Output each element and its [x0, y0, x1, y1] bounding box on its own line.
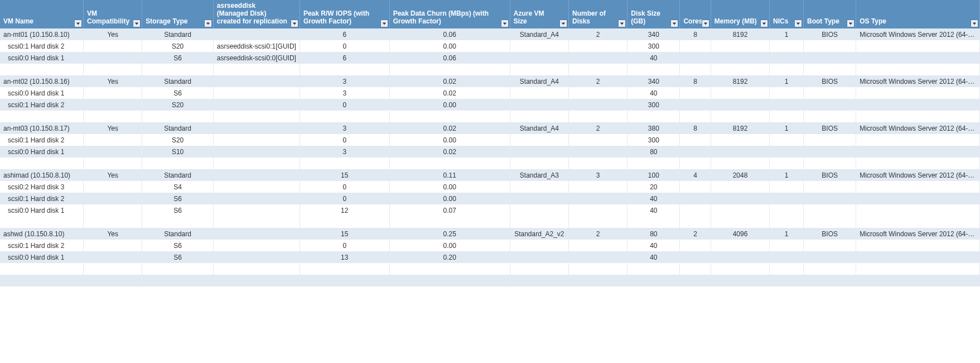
cell[interactable]: Yes — [84, 228, 142, 240]
cell[interactable] — [213, 181, 300, 193]
cell[interactable]: S10 — [142, 146, 213, 157]
cell[interactable] — [627, 64, 680, 75]
cell[interactable] — [711, 157, 769, 169]
cell[interactable]: 300 — [627, 134, 680, 146]
cell[interactable]: BIOS — [804, 75, 856, 87]
cell[interactable] — [627, 216, 680, 228]
cell[interactable] — [213, 122, 300, 134]
cell[interactable]: 0.00 — [389, 134, 510, 146]
cell[interactable] — [711, 275, 769, 286]
filter-dropdown-icon[interactable] — [380, 20, 388, 27]
cell[interactable]: 4096 — [711, 228, 769, 240]
cell[interactable]: 1 — [770, 28, 804, 40]
cell[interactable]: 0.00 — [389, 99, 510, 111]
cell[interactable] — [856, 134, 980, 146]
cell[interactable] — [213, 169, 300, 181]
cell[interactable] — [804, 99, 856, 111]
cell[interactable] — [711, 146, 769, 157]
cell[interactable] — [804, 111, 856, 122]
cell[interactable] — [84, 240, 142, 251]
cell[interactable]: 8 — [680, 122, 711, 134]
cell[interactable] — [856, 240, 980, 251]
cell[interactable] — [389, 275, 510, 286]
table-row[interactable]: scsi0:1 Hard disk 2 S6 00.00 40 — [0, 193, 980, 204]
cell[interactable] — [804, 193, 856, 204]
cell[interactable]: 0.02 — [389, 122, 510, 134]
cell[interactable]: 0.00 — [389, 181, 510, 193]
cell[interactable] — [680, 204, 711, 216]
cell[interactable] — [300, 263, 389, 275]
cell[interactable]: scsi0:1 Hard disk 2 — [0, 99, 84, 111]
cell[interactable] — [856, 251, 980, 263]
cell[interactable] — [84, 263, 142, 275]
cell[interactable]: an-mt01 (10.150.8.10) — [0, 28, 84, 40]
cell[interactable]: 8192 — [711, 75, 769, 87]
cell[interactable] — [711, 40, 769, 52]
cell[interactable] — [804, 146, 856, 157]
cell[interactable] — [84, 275, 142, 286]
cell[interactable]: 0.00 — [389, 40, 510, 52]
cell[interactable] — [856, 40, 980, 52]
cell[interactable] — [804, 251, 856, 263]
cell[interactable] — [84, 87, 142, 99]
cell[interactable]: BIOS — [804, 122, 856, 134]
cell[interactable] — [568, 181, 627, 193]
cell[interactable] — [84, 251, 142, 263]
cell[interactable] — [300, 216, 389, 228]
cell[interactable]: 3 — [300, 122, 389, 134]
filter-dropdown-icon[interactable] — [702, 20, 709, 27]
cell[interactable]: 0.02 — [389, 146, 510, 157]
cell[interactable] — [680, 216, 711, 228]
cell[interactable] — [804, 275, 856, 286]
cell[interactable] — [711, 52, 769, 64]
cell[interactable]: Standard_A3 — [510, 169, 568, 181]
cell[interactable]: 0 — [300, 193, 389, 204]
cell[interactable]: 0.02 — [389, 87, 510, 99]
cell[interactable] — [856, 193, 980, 204]
cell[interactable] — [770, 240, 804, 251]
cell[interactable] — [711, 64, 769, 75]
cell[interactable]: an-mt03 (10.150.8.17) — [0, 122, 84, 134]
cell[interactable]: Standard — [142, 75, 213, 87]
cell[interactable] — [770, 275, 804, 286]
cell[interactable]: 2 — [568, 28, 627, 40]
filter-dropdown-icon[interactable] — [847, 20, 855, 27]
table-row[interactable]: scsi0:1 Hard disk 2 S20 00.00 300 — [0, 134, 980, 146]
cell[interactable]: S6 — [142, 87, 213, 99]
cell[interactable]: 40 — [627, 251, 680, 263]
cell[interactable] — [680, 134, 711, 146]
cell[interactable]: 3 — [300, 87, 389, 99]
cell[interactable] — [770, 216, 804, 228]
cell[interactable] — [804, 240, 856, 251]
table-row[interactable]: scsi0:1 Hard disk 2 S20 00.00 300 — [0, 99, 980, 111]
cell[interactable] — [770, 40, 804, 52]
table-row[interactable] — [0, 157, 980, 169]
cell[interactable] — [627, 275, 680, 286]
cell[interactable]: Standard — [142, 228, 213, 240]
cell[interactable] — [389, 111, 510, 122]
cell[interactable] — [856, 99, 980, 111]
cell[interactable] — [856, 111, 980, 122]
cell[interactable] — [568, 52, 627, 64]
cell[interactable] — [680, 251, 711, 263]
cell[interactable]: 4 — [680, 169, 711, 181]
cell[interactable]: S6 — [142, 251, 213, 263]
cell[interactable]: 3 — [568, 169, 627, 181]
cell[interactable] — [510, 240, 568, 251]
cell[interactable]: 0.06 — [389, 28, 510, 40]
cell[interactable]: scsi0:0 Hard disk 1 — [0, 146, 84, 157]
cell[interactable]: Microsoft Windows Server 2012 (64-bit) — [856, 122, 980, 134]
filter-dropdown-icon[interactable] — [291, 20, 298, 27]
cell[interactable] — [142, 275, 213, 286]
table-row[interactable]: an-mt03 (10.150.8.17)YesStandard 30.02St… — [0, 122, 980, 134]
cell[interactable] — [680, 263, 711, 275]
cell[interactable] — [568, 204, 627, 216]
cell[interactable] — [510, 157, 568, 169]
cell[interactable] — [389, 263, 510, 275]
cell[interactable]: 300 — [627, 99, 680, 111]
cell[interactable]: S4 — [142, 181, 213, 193]
filter-dropdown-icon[interactable] — [204, 20, 212, 27]
cell[interactable]: S20 — [142, 134, 213, 146]
cell[interactable]: Standard — [142, 122, 213, 134]
cell[interactable] — [568, 134, 627, 146]
